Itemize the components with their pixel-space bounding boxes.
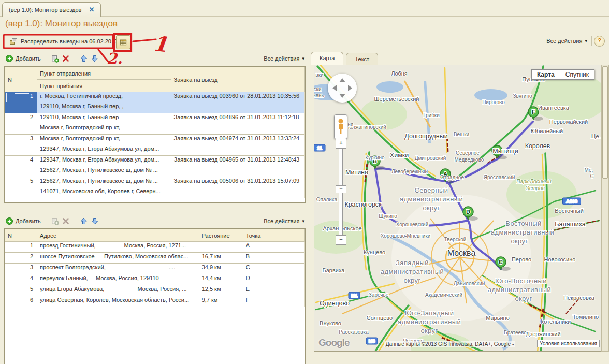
points-row[interactable]: 6улица Северная, Королев, Московская обл…: [5, 296, 305, 307]
points-row[interactable]: 5улица Егора Абакумова, Москва, Россия, …: [5, 285, 305, 296]
point-letter[interactable]: F: [243, 296, 304, 307]
trip-departure[interactable]: 125627, Москва г, Путилковское ш, дом № …: [37, 177, 171, 188]
trip-request[interactable]: Заявка на выезд 005006 от 31.01.2013 15:…: [171, 177, 304, 198]
points-row[interactable]: 2шоссе Путилковское Путилково, Московска…: [5, 253, 305, 264]
map-scrollbar[interactable]: [601, 65, 609, 352]
all-actions-menu-trips[interactable]: Все действия ▾: [264, 55, 304, 62]
trip-row-number[interactable]: 2: [5, 113, 37, 135]
trip-departure[interactable]: г. Москва, Гостиничный проезд,: [37, 92, 171, 103]
svg-text:А103: А103: [566, 199, 577, 204]
all-actions-menu-points[interactable]: Все действия ▾: [264, 218, 304, 224]
terms-of-use-link[interactable]: Условия использования: [537, 340, 600, 347]
distribute-trips-button[interactable]: Распределить выезды на 06.02.2013: [6, 37, 121, 46]
col-header-arrival[interactable]: Пункт прибытия: [37, 80, 171, 92]
point-address[interactable]: шоссе Путилковское Путилково, Московская…: [37, 253, 199, 264]
point-address[interactable]: улица Северная, Королев, Московская обла…: [37, 296, 199, 307]
trips-table: N Пункт отправления Заявка на выезд Пунк…: [5, 67, 305, 198]
delete-row-button[interactable]: [62, 54, 70, 63]
point-row-number[interactable]: 3: [5, 264, 37, 274]
delete-icon: [62, 217, 70, 225]
point-distance[interactable]: 16,7 км: [199, 253, 243, 264]
add-point-button[interactable]: Добавить: [5, 217, 41, 225]
map-type-satellite-button[interactable]: Спутник: [560, 69, 594, 80]
scrollbar-thumb[interactable]: [602, 66, 608, 179]
point-distance[interactable]: 14,4 км: [199, 274, 243, 285]
point-distance[interactable]: 12,5 км: [199, 285, 243, 296]
trip-arrival[interactable]: 129347, Москва г, Егора Абакумова ул, до…: [37, 145, 171, 156]
trip-row-number[interactable]: 4: [5, 156, 37, 177]
point-address[interactable]: улица Егора Абакумова, Москва, Россия, .…: [37, 285, 199, 296]
move-point-up-button[interactable]: [80, 217, 88, 225]
trip-request[interactable]: Заявка на выезд 004965 от 31.01.2013 12:…: [171, 156, 304, 177]
point-distance[interactable]: 34,9 км: [199, 264, 243, 274]
point-address[interactable]: переулок Банный, Москва, Россия, 129110: [37, 274, 199, 285]
point-distance[interactable]: [199, 242, 243, 253]
zoom-slider-handle[interactable]: −: [336, 185, 346, 193]
tab-map[interactable]: Карта: [311, 52, 343, 65]
col-header-request[interactable]: Заявка на выезд: [171, 67, 304, 92]
map-panel[interactable]: 11М1М3А103 ABCDEF вкискиивньЛобняПушкино…: [314, 65, 601, 352]
point-address[interactable]: проезд Гостиничный, Москва, Россия, 1271…: [37, 242, 199, 253]
zoom-in-button[interactable]: +: [336, 139, 346, 149]
point-row-number[interactable]: 6: [5, 296, 37, 307]
delete-point-button[interactable]: [62, 217, 70, 225]
points-row[interactable]: 1проезд Гостиничный, Москва, Россия, 127…: [5, 242, 305, 253]
point-letter[interactable]: E: [243, 285, 304, 296]
trip-arrival[interactable]: 129110, Москва г, Банный пер, ,: [37, 103, 171, 113]
point-address[interactable]: проспект Волгоградский, ....: [37, 264, 199, 274]
trip-request[interactable]: Заявка на выезд 004896 от 31.01.2013 11:…: [171, 113, 304, 135]
point-row-number[interactable]: 2: [5, 253, 37, 264]
map-pan-control[interactable]: [328, 74, 357, 103]
trip-request[interactable]: Заявка на выезд 004974 от 31.01.2013 13:…: [171, 135, 304, 156]
trip-row-number[interactable]: 1: [5, 92, 37, 113]
points-row[interactable]: 3проспект Волгоградский, ....34,9 кмC: [5, 264, 305, 274]
point-row-number[interactable]: 1: [5, 242, 37, 253]
move-point-down-button[interactable]: [91, 217, 99, 225]
trip-arrival[interactable]: Москва г, Волгоградский пр-кт,: [37, 124, 171, 135]
trip-request[interactable]: Заявка на выезд 003960 от 28.01.2013 10:…: [171, 92, 304, 113]
col-header-distance[interactable]: Растояние: [199, 229, 243, 242]
trip-row-number[interactable]: 5: [5, 177, 37, 198]
trips-row[interactable]: 5125627, Москва г, Путилковское ш, дом №…: [5, 177, 305, 188]
point-letter[interactable]: B: [243, 253, 304, 264]
add-row-button[interactable]: Добавить: [5, 54, 41, 63]
points-grid[interactable]: N Адрес Растояние Точка 1проезд Гостинич…: [4, 228, 306, 364]
help-button[interactable]: ?: [594, 36, 605, 47]
col-header-n[interactable]: N: [5, 229, 37, 242]
points-row[interactable]: 4переулок Банный, Москва, Россия, 129110…: [5, 274, 305, 285]
col-header-point[interactable]: Точка: [243, 229, 304, 242]
tab-monitor[interactable]: (вер 1.0): Монитор выездов ✕: [2, 2, 101, 17]
trips-row[interactable]: 2129110, Москва г, Банный перЗаявка на в…: [5, 113, 305, 124]
trip-departure[interactable]: Москва г, Волгоградский пр-кт,: [37, 135, 171, 145]
copy-row-button[interactable]: [51, 54, 59, 63]
point-letter[interactable]: D: [243, 274, 304, 285]
point-letter[interactable]: A: [243, 242, 304, 253]
col-header-n[interactable]: N: [5, 67, 37, 92]
all-actions-menu-top[interactable]: Все действия ▾: [546, 38, 587, 44]
schedule-grid-button[interactable]: [116, 35, 130, 49]
tab-text[interactable]: Текст: [346, 53, 378, 65]
close-icon[interactable]: ✕: [89, 6, 94, 13]
trips-row[interactable]: 1г. Москва, Гостиничный проезд,Заявка на…: [5, 92, 305, 103]
col-header-address[interactable]: Адрес: [37, 229, 199, 242]
col-header-departure[interactable]: Пункт отправления: [37, 67, 171, 80]
street-view-pegman[interactable]: [334, 114, 347, 139]
point-row-number[interactable]: 5: [5, 285, 37, 296]
trip-departure[interactable]: 129110, Москва г, Банный пер: [37, 113, 171, 124]
trip-arrival[interactable]: 141071, Московская обл, Королев г, Север…: [37, 187, 171, 198]
point-distance[interactable]: 9,7 км: [199, 296, 243, 307]
copy-point-button[interactable]: [51, 217, 59, 225]
map-canvas[interactable]: 11М1М3А103 ABCDEF вкискиивньЛобняПушкино…: [314, 65, 601, 351]
move-up-button[interactable]: [80, 54, 88, 63]
point-row-number[interactable]: 4: [5, 274, 37, 285]
point-letter[interactable]: C: [243, 264, 304, 274]
trip-arrival[interactable]: 125627, Москва г, Путилковское ш, дом № …: [37, 166, 171, 177]
trip-row-number[interactable]: 3: [5, 135, 37, 156]
trips-row[interactable]: 3Москва г, Волгоградский пр-кт,Заявка на…: [5, 135, 305, 145]
move-down-button[interactable]: [91, 54, 99, 63]
trips-row[interactable]: 4129347, Москва г, Егора Абакумова ул, д…: [5, 156, 305, 167]
zoom-out-button[interactable]: −: [336, 235, 346, 245]
trips-grid[interactable]: N Пункт отправления Заявка на выезд Пунк…: [4, 66, 306, 203]
trip-departure[interactable]: 129347, Москва г, Егора Абакумова ул, до…: [37, 156, 171, 167]
map-type-map-button[interactable]: Карта: [531, 69, 560, 80]
